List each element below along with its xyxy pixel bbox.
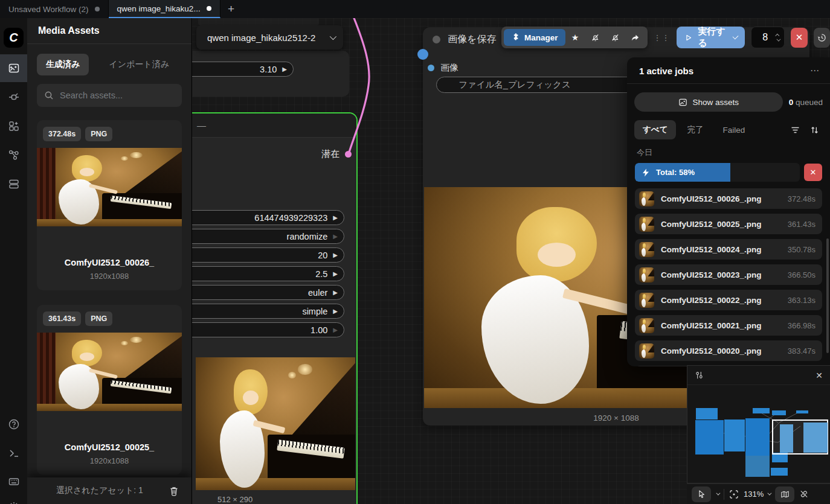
cancel-run-button[interactable]: ✕ (791, 28, 807, 48)
job-row[interactable]: ComfyUI2512_00021_.png 366.98s (635, 315, 822, 336)
tab-qwen-image-hikaku[interactable]: qwen image_hikaku2... (109, 0, 220, 18)
widget-arrow-icon[interactable]: ▶ (333, 214, 338, 221)
widget-arrow-icon[interactable]: ▶ (333, 233, 338, 240)
job-row[interactable]: ComfyUI2512_00025_.png 361.43s (635, 214, 822, 234)
sidebar-item-nodes[interactable] (0, 83, 27, 111)
node-collapse-dot[interactable] (433, 36, 440, 43)
job-row[interactable]: ComfyUI2512_00022_.png 363.13s (635, 290, 822, 310)
job-row[interactable]: ComfyUI2512_00023_.png 366.50s (635, 264, 822, 285)
manager-button[interactable]: Manager (504, 29, 565, 46)
fit-view-button[interactable] (729, 486, 739, 502)
widget-arrow-icon[interactable]: ▶ (333, 252, 338, 258)
tab-failed[interactable]: Failed (714, 121, 753, 139)
denoise-widget[interactable]: 1.00 ▶ (192, 322, 344, 337)
jobs-scrollbar[interactable] (826, 238, 829, 353)
workflow-graph-icon (8, 149, 20, 161)
control-after-generate-widget[interactable]: 御 randomize ▶ (192, 229, 344, 244)
manager-label: Manager (524, 33, 558, 42)
job-row[interactable]: ComfyUI2512_00020_.png 383.47s (635, 340, 822, 361)
minimap-toggle-button[interactable] (775, 486, 794, 502)
seed-widget[interactable]: 614474939229323 ▶ (192, 210, 344, 225)
tab-completed[interactable]: 完了 (678, 120, 712, 139)
workflow-selector-dropdown[interactable]: qwen image_hikaku2512-2 (196, 25, 343, 49)
node-collapse-glyph[interactable]: — (197, 120, 206, 130)
widget-arrow-icon[interactable]: ▶ (282, 66, 287, 72)
chevron-down-icon[interactable] (716, 491, 720, 496)
batch-count-input[interactable]: 8 (751, 27, 785, 48)
float-value-widget[interactable]: 3.10 ▶ (192, 62, 294, 77)
bell-slash-button[interactable] (585, 29, 605, 46)
search-input[interactable] (60, 91, 175, 100)
delete-asset-button[interactable] (165, 482, 183, 500)
minimap-panel: ✕ (687, 365, 830, 483)
minimap-settings-icon[interactable] (695, 371, 704, 380)
sidebar-item-workflows[interactable] (0, 141, 27, 169)
minimap-viewport[interactable] (772, 419, 828, 455)
star-button[interactable]: ★ (565, 29, 585, 46)
toggle-links-button[interactable] (799, 486, 809, 502)
sidebar-item-media-assets[interactable] (0, 54, 27, 82)
map-icon (780, 490, 790, 499)
sampler-name-widget[interactable]: 名 euler ▶ (192, 285, 344, 300)
show-assets-button[interactable]: Show assets (634, 92, 783, 112)
asset-thumbnail[interactable] (37, 148, 182, 226)
asset-card[interactable]: 372.48s PNG ComfyUI2512_00026_ 1920x1088 (37, 120, 182, 290)
chevron-down-icon[interactable] (777, 37, 781, 41)
tab-generated[interactable]: 生成済み (37, 54, 89, 75)
minimap-node (724, 419, 745, 451)
job-row[interactable]: ComfyUI2512_00024_.png 350.78s (635, 239, 822, 260)
asset-search-box[interactable] (37, 84, 182, 107)
cancel-progress-button[interactable]: ✕ (804, 164, 822, 181)
comfyui-app: 画像を保存 画像 ファイル名_プレフィックス 1920 × 1088 3.10 … (0, 0, 830, 504)
minimap-node (696, 408, 718, 419)
steps-widget[interactable]: 20 ▶ (192, 247, 344, 263)
scheduler-widget[interactable]: ラ simple ▶ (192, 304, 344, 319)
chevron-up-icon[interactable] (776, 33, 780, 37)
cursor-tool-button[interactable] (692, 486, 711, 502)
run-button[interactable]: 実行する (677, 27, 745, 48)
comfyui-logo[interactable]: C (4, 28, 24, 48)
latent-output-slot[interactable]: 潜在 (321, 148, 352, 160)
asset-card[interactable]: 361.43s PNG ComfyUI2512_00025_ 1920x1088 (37, 305, 182, 475)
job-row[interactable]: ComfyUI2512_00026_.png 372.48s (635, 188, 822, 209)
minimap-body[interactable] (687, 385, 830, 483)
format-badge: PNG (85, 311, 112, 326)
history-button[interactable] (814, 28, 830, 48)
widget-arrow-icon[interactable]: ▶ (333, 289, 338, 296)
sort-button[interactable] (806, 122, 823, 138)
tab-imported[interactable]: インポート済み (100, 54, 178, 75)
sidebar-item-help[interactable] (0, 410, 27, 438)
search-icon (44, 91, 54, 100)
image-slot-dot[interactable] (428, 65, 434, 71)
jobs-menu-button[interactable]: ⋯ (810, 65, 819, 76)
sidebar-item-terminal[interactable] (0, 439, 27, 467)
bell-slash-button[interactable] (605, 29, 625, 46)
minimap-header: ✕ (687, 366, 830, 385)
minimap-close-button[interactable]: ✕ (816, 371, 823, 380)
sampler-node-header[interactable]: — (192, 113, 356, 138)
latent-slot-dot[interactable] (345, 151, 352, 158)
widget-arrow-icon[interactable]: ▶ (333, 270, 338, 277)
new-workflow-tab-button[interactable]: + (220, 0, 242, 18)
toolbar-drag-handle[interactable]: ⋮⋮ (654, 33, 671, 42)
tab-all[interactable]: すべて (634, 120, 676, 139)
sidebar-item-model-library[interactable] (0, 112, 27, 140)
widget-arrow-icon[interactable]: ▶ (333, 308, 338, 314)
tab-unsaved-workflow[interactable]: Unsaved Workflow (2) (0, 0, 109, 18)
sampler-node-preview-image[interactable] (196, 357, 355, 490)
cursor-arrow-icon (697, 490, 706, 499)
share-button[interactable] (625, 29, 645, 46)
zoom-level-control[interactable]: 131% (744, 490, 770, 499)
widget-arrow-icon[interactable]: ▶ (333, 327, 338, 333)
filter-button[interactable] (787, 122, 803, 138)
image-input-slot[interactable]: 画像 (428, 62, 458, 74)
cfg-widget[interactable]: 2.5 ▶ (192, 266, 344, 281)
sidebar-item-templates[interactable] (0, 170, 27, 198)
sidebar-item-shortcuts[interactable] (0, 468, 27, 496)
batch-count-steppers[interactable] (776, 34, 779, 42)
sampler-node[interactable]: — 潜在 614474939229323 ▶ 御 randomize ▶ (192, 112, 358, 504)
sidebar-item-settings[interactable] (0, 493, 27, 504)
asset-thumbnail[interactable] (37, 333, 182, 411)
clipped-top-node[interactable]: 3.10 ▶ (192, 51, 349, 97)
chevron-down-icon[interactable] (732, 33, 738, 39)
